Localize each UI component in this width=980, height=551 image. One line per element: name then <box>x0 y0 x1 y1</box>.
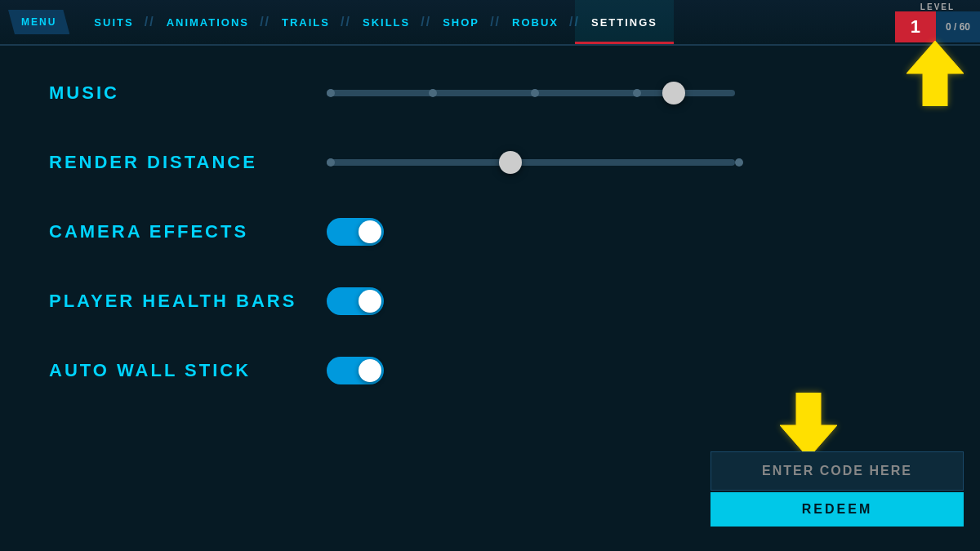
player-health-bars-label: PLAYER HEALTH BARS <box>49 291 327 312</box>
level-xp: 0 / 60 <box>936 11 980 42</box>
code-area: REDEEM <box>710 451 964 527</box>
menu-button[interactable]: MENU <box>8 10 69 34</box>
level-content: 1 0 / 60 <box>895 11 980 42</box>
svg-marker-1 <box>780 393 837 458</box>
auto-wall-stick-control <box>327 357 931 384</box>
tick-rd-0 <box>327 158 335 167</box>
render-distance-control <box>327 150 931 175</box>
render-distance-label: RENDER DISTANCE <box>49 152 327 173</box>
tick-75 <box>633 89 641 97</box>
auto-wall-stick-toggle-knob <box>359 359 381 382</box>
music-label: MUSIC <box>49 82 327 104</box>
player-health-bars-toggle[interactable] <box>327 287 384 315</box>
render-distance-slider-track <box>327 159 735 166</box>
level-number: 1 <box>895 11 936 42</box>
camera-effects-control <box>327 218 931 246</box>
tab-robux[interactable]: ROBUX <box>496 0 575 44</box>
setting-row-camera-effects: CAMERA EFFECTS <box>49 209 931 254</box>
level-box: LEVEL 1 0 / 60 <box>895 2 980 42</box>
tab-skills[interactable]: SKILLS <box>346 0 426 44</box>
main-content: MUSIC RENDER DISTANCE <box>0 46 980 442</box>
player-health-bars-control <box>327 287 931 315</box>
tab-settings[interactable]: SETTINGS <box>575 0 674 44</box>
music-control <box>327 81 931 105</box>
auto-wall-stick-toggle[interactable] <box>327 357 384 384</box>
level-label: LEVEL <box>920 2 955 11</box>
tab-trails[interactable]: TRAILS <box>265 0 346 44</box>
player-health-bars-toggle-knob <box>359 290 381 313</box>
tick-50 <box>531 89 539 97</box>
code-input[interactable] <box>710 451 964 491</box>
render-distance-slider[interactable] <box>327 150 735 175</box>
tab-suits[interactable]: SUITS <box>78 0 149 44</box>
tab-shop[interactable]: SHOP <box>426 0 496 44</box>
setting-row-auto-wall-stick: AUTO WALL STICK <box>49 348 931 393</box>
render-distance-slider-thumb[interactable] <box>499 151 522 174</box>
svg-marker-0 <box>906 41 964 106</box>
camera-effects-label: CAMERA EFFECTS <box>49 221 327 242</box>
camera-effects-toggle-knob <box>359 220 381 243</box>
setting-row-render-distance: RENDER DISTANCE <box>49 140 931 184</box>
setting-row-player-health-bars: PLAYER HEALTH BARS <box>49 278 931 323</box>
music-slider[interactable] <box>327 81 735 105</box>
setting-row-music: MUSIC <box>49 70 931 115</box>
tick-rd-100 <box>735 158 743 167</box>
tick-25 <box>429 89 437 97</box>
tab-animations[interactable]: ANIMATIONS <box>150 0 265 44</box>
redeem-button[interactable]: REDEEM <box>710 492 964 527</box>
music-slider-thumb[interactable] <box>662 82 685 104</box>
nav-tabs: SUITS ANIMATIONS TRAILS SKILLS SHOP ROBU… <box>78 0 895 44</box>
auto-wall-stick-label: AUTO WALL STICK <box>49 360 327 381</box>
tick-0 <box>327 89 335 97</box>
camera-effects-toggle[interactable] <box>327 218 384 246</box>
navbar: MENU SUITS ANIMATIONS TRAILS SKILLS SHOP… <box>0 0 980 46</box>
music-slider-track <box>327 90 735 96</box>
